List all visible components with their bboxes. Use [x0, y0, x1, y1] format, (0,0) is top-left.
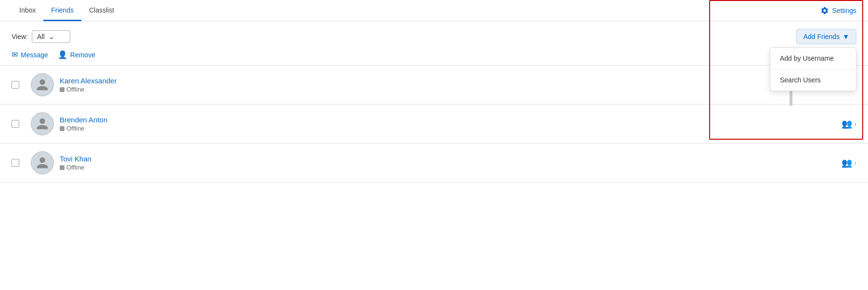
friend-name-3[interactable]: Tovi Khan	[60, 155, 842, 163]
add-friends-chevron-icon: ▼	[842, 33, 849, 40]
friend-info-3: Tovi Khan Offline	[60, 155, 842, 171]
avatar-icon-2	[36, 117, 49, 131]
tab-friends[interactable]: Friends	[43, 0, 81, 21]
chevron-right-icon-3[interactable]: ›	[854, 159, 856, 167]
friend-group-icon-3[interactable]: 👥	[842, 158, 852, 168]
status-dot-2	[60, 126, 65, 131]
friend-checkbox-3[interactable]	[12, 159, 19, 167]
message-icon: ✉	[12, 50, 18, 59]
friend-actions-right-3: 👥 ›	[842, 158, 856, 168]
add-friends-button[interactable]: Add Friends ▼	[796, 29, 856, 44]
dropdown-item-add-by-username[interactable]: Add by Username	[770, 48, 856, 69]
friend-status-1: Offline	[60, 86, 856, 93]
add-friends-dropdown: Add by Username Search Users	[770, 47, 856, 91]
add-friends-container: Add Friends ▼ Add by Username Search Use…	[796, 29, 856, 44]
friend-checkbox-1[interactable]	[12, 81, 19, 89]
message-label: Message	[21, 51, 48, 59]
settings-link[interactable]: Settings	[820, 6, 856, 15]
friend-group-icon-2[interactable]: 👥	[842, 119, 852, 129]
checkbox-wrap-3	[12, 159, 23, 167]
view-label: View:	[12, 33, 28, 40]
action-row: ✉ Message 👤 Remove	[0, 48, 868, 65]
view-select[interactable]: All ⌄	[32, 30, 70, 43]
add-friends-label: Add Friends	[803, 33, 840, 40]
page-wrapper: Inbox Friends Classlist Settings View: A…	[0, 0, 868, 290]
remove-button[interactable]: 👤 Remove	[58, 50, 95, 59]
status-dot-3	[60, 165, 65, 170]
friend-name-2[interactable]: Brenden Anton	[60, 116, 842, 124]
remove-icon: 👤	[58, 50, 67, 59]
dropdown-item-search-users[interactable]: Search Users	[770, 69, 856, 91]
friend-info-1: Karen Alexsander Offline	[60, 77, 856, 93]
friend-status-2: Offline	[60, 125, 842, 132]
table-row: Tovi Khan Offline 👥 ›	[0, 144, 868, 183]
chevron-down-icon: ⌄	[49, 33, 54, 40]
toolbar-row: View: All ⌄ Add Friends ▼ Add by Usernam…	[0, 21, 868, 48]
avatar-1	[31, 73, 54, 96]
top-nav: Inbox Friends Classlist Settings	[0, 0, 868, 21]
friend-status-3: Offline	[60, 164, 842, 171]
view-value: All	[37, 33, 45, 40]
friend-info-2: Brenden Anton Offline	[60, 116, 842, 132]
tab-inbox[interactable]: Inbox	[12, 0, 43, 21]
avatar-icon-3	[36, 156, 49, 170]
status-dot-1	[60, 87, 65, 92]
friend-actions-right-2: 👥 ›	[842, 119, 856, 129]
checkbox-wrap-2	[12, 120, 23, 128]
friend-status-text-1: Offline	[66, 86, 84, 93]
gear-icon	[820, 6, 829, 15]
table-row: Karen Alexsander Offline	[0, 66, 868, 105]
friend-status-text-3: Offline	[66, 164, 84, 171]
remove-label: Remove	[70, 51, 95, 59]
settings-label: Settings	[832, 7, 856, 14]
friends-list: Karen Alexsander Offline Brenden Anton	[0, 65, 868, 183]
tab-classlist[interactable]: Classlist	[81, 0, 122, 21]
chevron-right-icon-2[interactable]: ›	[854, 120, 856, 128]
friend-status-text-2: Offline	[66, 125, 84, 132]
avatar-2	[31, 112, 54, 135]
avatar-icon-1	[36, 78, 49, 92]
avatar-3	[31, 151, 54, 174]
checkbox-wrap-1	[12, 81, 23, 89]
table-row: Brenden Anton Offline 👥 ›	[0, 105, 868, 144]
friend-name-1[interactable]: Karen Alexsander	[60, 77, 856, 85]
message-button[interactable]: ✉ Message	[12, 50, 48, 59]
friend-checkbox-2[interactable]	[12, 120, 19, 128]
